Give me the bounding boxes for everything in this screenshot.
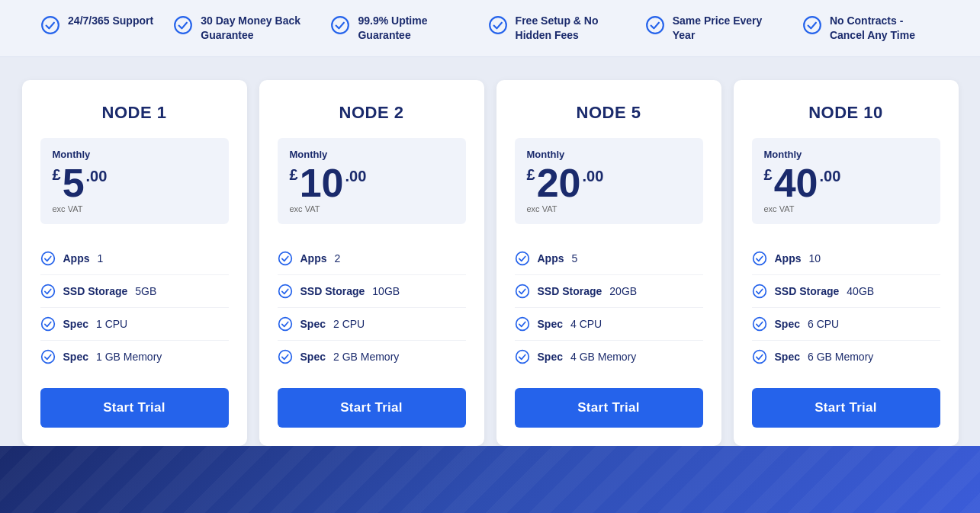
feature-row-node1-1: SSD Storage 5GB (40, 275, 229, 308)
feature-name-node1-1: SSD Storage (63, 285, 128, 297)
feature-check-icon-node10-2 (752, 316, 767, 332)
feature-row-node5-0: Apps 5 (515, 242, 703, 275)
price-currency-node10: £ (764, 166, 773, 184)
card-title-node10: NODE 10 (752, 103, 940, 123)
feature-item-support: 24/7/365 Support (40, 14, 153, 35)
price-vat-node10: exc VAT (764, 204, 928, 213)
svg-point-11 (278, 284, 291, 297)
feature-text-uptime: 99.9% Uptime Guarantee (358, 14, 468, 43)
feature-check-icon-node5-0 (515, 251, 530, 266)
price-main-node5: 20 (537, 163, 581, 203)
feature-name-node2-3: Spec (300, 351, 326, 363)
price-vat-node1: exc VAT (53, 204, 217, 213)
start-trial-button-node1[interactable]: Start Trial (40, 388, 229, 428)
feature-item-no-contracts: No Contracts - Cancel Any Time (802, 14, 940, 43)
feature-name-node2-0: Apps (300, 252, 327, 265)
check-circle-icon-uptime (330, 15, 350, 35)
feature-check-icon-node2-0 (278, 251, 293, 266)
price-main-node1: 5 (63, 163, 85, 203)
feature-row-node10-2: Spec 6 CPU (752, 308, 940, 341)
feature-row-node1-3: Spec 1 GB Memory (40, 341, 229, 373)
price-vat-node2: exc VAT (290, 204, 454, 213)
price-decimal-node10: .00 (819, 168, 840, 185)
svg-point-10 (278, 252, 291, 265)
price-amount-node10: £40.00 (764, 163, 928, 203)
svg-point-2 (333, 17, 349, 34)
feature-value-node10-3: 6 GB Memory (808, 351, 873, 363)
feature-row-node2-1: SSD Storage 10GB (278, 275, 466, 308)
feature-value-node2-0: 2 (335, 252, 341, 265)
svg-point-0 (42, 17, 59, 34)
feature-value-node2-3: 2 GB Memory (333, 351, 399, 363)
feature-value-node5-3: 4 GB Memory (570, 351, 636, 363)
feature-name-node2-2: Spec (300, 318, 326, 330)
price-decimal-node5: .00 (582, 168, 603, 185)
start-trial-button-node2[interactable]: Start Trial (278, 388, 466, 428)
feature-value-node5-1: 20GB (609, 285, 637, 297)
features-list-node2: Apps 2SSD Storage 10GBSpec 2 CPUSpec 2 G… (278, 242, 466, 373)
svg-point-1 (175, 17, 191, 34)
feature-check-icon-node1-2 (40, 316, 56, 332)
feature-check-icon-node1-0 (40, 251, 56, 266)
feature-name-node5-3: Spec (538, 351, 563, 363)
pricing-card-node1: NODE 1Monthly£5.00exc VATApps 1SSD Stora… (22, 80, 247, 446)
feature-value-node10-1: 40GB (847, 285, 874, 297)
price-box-node10: Monthly£40.00exc VAT (752, 138, 940, 224)
feature-check-icon-node5-2 (515, 316, 530, 332)
check-circle-icon-free-setup (488, 15, 508, 35)
start-trial-button-node5[interactable]: Start Trial (515, 388, 703, 428)
svg-point-21 (753, 350, 766, 363)
svg-point-4 (647, 17, 664, 34)
price-amount-node5: £20.00 (527, 163, 691, 203)
price-box-node2: Monthly£10.00exc VAT (278, 138, 466, 224)
feature-check-icon-node5-3 (515, 349, 530, 364)
feature-row-node5-2: Spec 4 CPU (515, 308, 703, 341)
start-trial-button-node10[interactable]: Start Trial (752, 388, 940, 428)
feature-text-free-setup: Free Setup & No Hidden Fees (516, 14, 625, 43)
check-circle-icon-same-price (645, 15, 665, 35)
feature-item-money-back: 30 Day Money Back Guarantee (173, 14, 310, 43)
price-main-node2: 10 (300, 163, 344, 203)
pricing-card-node10: NODE 10Monthly£40.00exc VATApps 10SSD St… (734, 80, 959, 446)
svg-point-12 (278, 317, 291, 330)
price-label-node10: Monthly (764, 149, 928, 160)
svg-point-19 (753, 284, 766, 297)
price-label-node1: Monthly (53, 149, 217, 160)
feature-value-node10-0: 10 (809, 252, 821, 265)
svg-point-9 (41, 350, 54, 363)
feature-check-icon-node1-3 (40, 349, 56, 364)
price-amount-node1: £5.00 (53, 163, 217, 203)
feature-name-node5-0: Apps (538, 252, 564, 265)
svg-point-3 (490, 17, 506, 34)
feature-value-node10-2: 6 CPU (808, 318, 839, 330)
feature-item-uptime: 99.9% Uptime Guarantee (330, 14, 468, 43)
svg-point-14 (516, 252, 529, 265)
feature-row-node1-2: Spec 1 CPU (40, 308, 229, 341)
svg-point-17 (516, 350, 529, 363)
svg-point-7 (41, 284, 54, 297)
feature-row-node5-1: SSD Storage 20GB (515, 275, 703, 308)
feature-value-node2-1: 10GB (372, 285, 400, 297)
svg-point-8 (41, 317, 54, 330)
price-label-node2: Monthly (290, 149, 454, 160)
feature-check-icon-node2-3 (278, 349, 293, 364)
feature-text-money-back: 30 Day Money Back Guarantee (201, 14, 310, 43)
price-currency-node1: £ (53, 166, 61, 184)
price-main-node10: 40 (774, 163, 818, 203)
feature-value-node1-2: 1 CPU (96, 318, 127, 330)
feature-text-no-contracts: No Contracts - Cancel Any Time (830, 14, 940, 43)
price-label-node5: Monthly (527, 149, 691, 160)
card-title-node2: NODE 2 (278, 103, 466, 123)
feature-name-node10-0: Apps (775, 252, 802, 265)
feature-check-icon-node2-1 (278, 284, 293, 299)
price-decimal-node2: .00 (345, 168, 366, 185)
feature-row-node2-3: Spec 2 GB Memory (278, 341, 466, 373)
price-currency-node2: £ (290, 166, 298, 184)
check-circle-icon-no-contracts (802, 15, 822, 35)
price-currency-node5: £ (527, 166, 535, 184)
feature-check-icon-node5-1 (515, 284, 530, 299)
svg-point-13 (278, 350, 291, 363)
bottom-bar (0, 446, 980, 513)
check-circle-icon-money-back (173, 15, 193, 35)
feature-name-node1-0: Apps (63, 252, 90, 265)
